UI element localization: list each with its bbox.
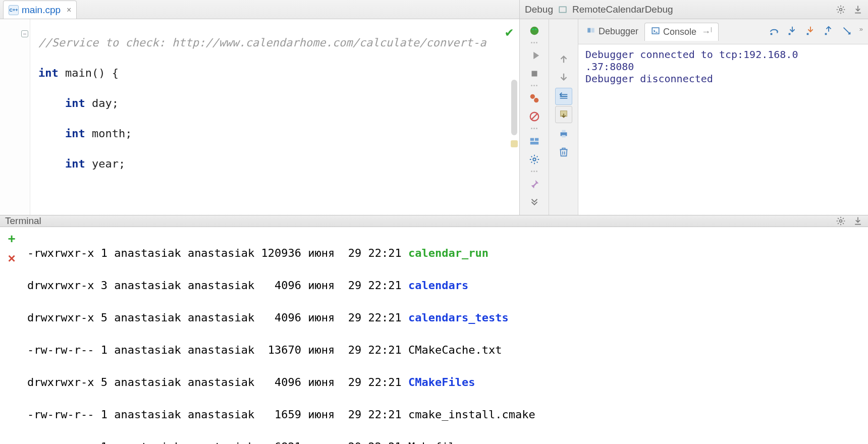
svg-rect-0 <box>559 7 566 12</box>
run-to-cursor-icon[interactable] <box>841 25 852 38</box>
svg-rect-12 <box>530 142 538 145</box>
console-tab-icon <box>651 26 660 38</box>
gear-icon[interactable] <box>836 216 846 226</box>
run-config-icon <box>558 5 567 14</box>
breakpoints-icon[interactable] <box>526 90 543 107</box>
svg-point-13 <box>533 158 536 161</box>
console-output[interactable]: Debugger connected to tcp:192.168.0 .37:… <box>578 44 868 215</box>
layout-icon[interactable] <box>526 133 543 150</box>
step-down-icon[interactable] <box>555 69 572 86</box>
debug-title: Debug <box>525 4 553 15</box>
cpp-file-icon: C++ <box>9 5 19 15</box>
mute-breakpoints-icon[interactable] <box>526 108 543 125</box>
dump-icon[interactable] <box>555 106 572 123</box>
svg-rect-18 <box>587 28 590 33</box>
svg-point-4 <box>534 28 536 30</box>
terminal-body: + × -rwxrwxr-x 1 anastasiak anastasiak 1… <box>0 227 868 444</box>
svg-point-6 <box>530 94 534 99</box>
svg-line-9 <box>531 114 537 120</box>
pin-right-icon[interactable]: →| <box>701 27 712 37</box>
step-out-icon[interactable] <box>823 25 834 38</box>
frames-icon[interactable] <box>555 88 572 105</box>
terminal-header: Terminal <box>0 215 868 227</box>
resume-icon[interactable] <box>526 47 543 64</box>
debug-pane: Debug RemoteCalendarDebug <box>520 0 868 215</box>
svg-rect-16 <box>562 130 565 133</box>
svg-rect-17 <box>562 135 565 138</box>
tab-debugger[interactable]: Debugger <box>580 23 644 40</box>
svg-point-1 <box>840 8 842 11</box>
svg-rect-20 <box>652 28 659 34</box>
svg-rect-24 <box>825 33 827 35</box>
tab-label: main.cpp <box>22 5 61 16</box>
download-icon[interactable] <box>853 216 863 226</box>
gear-icon[interactable] <box>526 151 543 168</box>
printer-icon[interactable] <box>555 125 572 142</box>
editor-pane: C++ main.cpp × – ✔ //Service to check: h… <box>0 0 520 215</box>
gear-icon[interactable] <box>836 5 846 15</box>
download-icon[interactable] <box>853 5 863 15</box>
svg-point-2 <box>530 27 538 35</box>
svg-rect-5 <box>531 71 537 77</box>
debug-action-toolbar <box>520 19 549 215</box>
close-icon[interactable]: × <box>67 6 71 15</box>
ls-row: -rw-rw-r-- 1 anastasiak anastasiak 13670… <box>27 342 868 358</box>
stop-icon[interactable] <box>526 65 543 82</box>
fold-toggle-icon[interactable]: – <box>21 30 28 37</box>
debug-step-toolbar <box>549 19 578 215</box>
trash-icon[interactable] <box>555 143 572 160</box>
editor-tabs: C++ main.cpp × <box>0 0 519 19</box>
pin-icon[interactable] <box>526 176 543 193</box>
more-icon[interactable]: » <box>859 25 863 38</box>
svg-rect-10 <box>530 138 533 141</box>
code-body: //Service to check: http://www.calendarh… <box>30 19 519 215</box>
step-up-icon[interactable] <box>555 50 572 68</box>
svg-rect-19 <box>591 28 594 33</box>
editor-tab-main[interactable]: C++ main.cpp × <box>3 1 77 19</box>
code-editor[interactable]: – ✔ //Service to check: http://www.calen… <box>0 19 519 215</box>
terminal-title: Terminal <box>5 215 41 227</box>
config-name: RemoteCalendarDebug <box>572 4 673 15</box>
svg-point-25 <box>840 220 842 223</box>
more-icon[interactable] <box>526 195 543 212</box>
ls-row: drwxrwxr-x 5 anastasiak anastasiak 4096 … <box>27 374 868 391</box>
svg-point-7 <box>534 98 538 102</box>
ls-row: -rwxrwxr-x 1 anastasiak anastasiak 12093… <box>27 245 868 261</box>
debug-header: Debug RemoteCalendarDebug <box>520 0 868 19</box>
ls-row: drwxrwxr-x 3 anastasiak anastasiak 4096 … <box>27 278 868 294</box>
debug-start-icon[interactable] <box>526 22 543 39</box>
force-step-into-icon[interactable] <box>805 25 816 38</box>
terminal-output[interactable]: -rwxrwxr-x 1 anastasiak anastasiak 12093… <box>23 227 868 444</box>
ls-row: -rw-rw-r-- 1 anastasiak anastasiak 1659 … <box>27 407 868 423</box>
svg-rect-23 <box>806 33 808 35</box>
svg-rect-21 <box>770 33 772 35</box>
svg-point-3 <box>532 28 534 30</box>
svg-rect-22 <box>788 33 790 35</box>
debugger-tab-icon <box>586 26 595 37</box>
svg-rect-11 <box>534 138 538 141</box>
step-into-icon[interactable] <box>787 25 798 38</box>
close-session-icon[interactable]: × <box>8 251 15 266</box>
ls-row: -rw-rw-r-- 1 anastasiak anastasiak 6821 … <box>27 439 868 444</box>
ls-row: drwxrwxr-x 5 anastasiak anastasiak 4096 … <box>27 310 868 326</box>
editor-gutter[interactable]: – <box>0 19 30 215</box>
debug-views-tabs: Debugger Console →| » <box>578 19 868 44</box>
tab-console[interactable]: Console →| <box>644 23 719 41</box>
new-session-icon[interactable]: + <box>8 231 15 247</box>
terminal-actions: + × <box>0 227 23 444</box>
step-over-icon[interactable] <box>769 25 780 38</box>
